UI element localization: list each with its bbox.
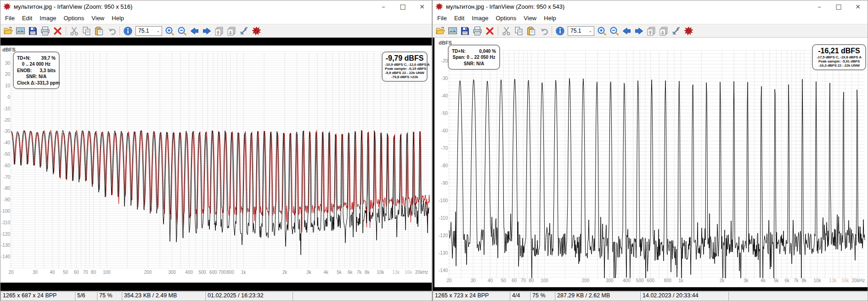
menu-view[interactable]: View	[520, 12, 540, 24]
red-x-delete-icon	[53, 26, 62, 36]
print-button[interactable]	[39, 25, 51, 37]
level-reading-line: Peak sample: -5,91 dBFS	[815, 59, 863, 63]
status-dimensions: 1265 x 723 x 24 BPP	[433, 291, 510, 301]
svg-text:-80: -80	[4, 186, 11, 191]
copy-button[interactable]	[513, 25, 525, 37]
maximize-button[interactable]: □	[393, 0, 412, 12]
floppy-save-icon	[460, 26, 470, 36]
undo-arrow-icon	[107, 26, 116, 36]
undo-button[interactable]	[537, 25, 550, 37]
irfanview-window-right: мультитон.jpg - IrfanView (Zoom: 950 x 5…	[432, 0, 868, 301]
properties-button[interactable]	[670, 25, 682, 37]
menu-help[interactable]: Help	[108, 12, 128, 24]
maximize-button[interactable]: □	[829, 0, 848, 12]
first-page-button[interactable]	[645, 25, 658, 37]
cut-button[interactable]	[500, 25, 513, 37]
svg-text:700: 700	[219, 270, 226, 275]
svg-text:400: 400	[623, 278, 631, 283]
info-label: ENOB:	[17, 68, 32, 73]
next-file-button[interactable]	[201, 25, 213, 37]
svg-text:50: 50	[501, 278, 507, 283]
minimize-button[interactable]: –	[810, 0, 829, 12]
svg-text:-70: -70	[441, 146, 448, 151]
close-button[interactable]: ×	[412, 0, 432, 12]
magnifier-plus-icon	[597, 26, 607, 36]
info-value: SNR: N/A	[452, 61, 496, 66]
open-folder-icon	[435, 26, 445, 36]
menu-image[interactable]: Image	[468, 12, 492, 24]
image-canvas[interactable]: -20-30-40-50-60-70-80-90-100-110-120-130…	[433, 38, 868, 291]
slideshow-button[interactable]	[14, 25, 27, 37]
svg-text:-140: -140	[1, 254, 10, 259]
info-button[interactable]	[554, 25, 566, 37]
svg-text:13k: 13k	[392, 270, 400, 275]
copy-button[interactable]	[80, 25, 93, 37]
irfanview-mascot-button[interactable]	[250, 25, 263, 37]
open-button[interactable]	[2, 25, 14, 37]
svg-text:-40: -40	[4, 140, 11, 145]
minimize-button[interactable]: –	[374, 0, 393, 12]
cut-button[interactable]	[68, 25, 80, 37]
info-button[interactable]	[122, 25, 134, 37]
last-page-button[interactable]	[225, 25, 238, 37]
irfanview-mascot-button[interactable]	[682, 25, 695, 37]
menu-image[interactable]: Image	[36, 12, 60, 24]
save-button[interactable]	[27, 25, 39, 37]
undo-button[interactable]	[105, 25, 118, 37]
delete-button[interactable]	[484, 25, 496, 37]
print-button[interactable]	[471, 25, 484, 37]
menu-file[interactable]: File	[434, 12, 451, 24]
svg-text:80: 80	[91, 270, 96, 275]
previous-file-button[interactable]	[620, 25, 633, 37]
zoom-in-button[interactable]	[596, 25, 608, 37]
titlebar[interactable]: мультитон.jpg - IrfanView (Zoom: 950 x 5…	[0, 0, 432, 12]
status-file-size: 354.23 KB / 2.49 MB	[122, 291, 205, 301]
info-row: Clock Δ: -331,3 ppm	[17, 80, 56, 85]
svg-text:-140: -140	[439, 268, 448, 273]
info-value: -331,3 ppm	[36, 80, 60, 85]
close-button[interactable]: ×	[848, 0, 868, 12]
menu-options[interactable]: Options	[492, 12, 520, 24]
zoom-in-button[interactable]	[163, 25, 176, 37]
info-circle-icon	[555, 26, 565, 36]
chevron-down-icon[interactable]: ⌄	[588, 28, 594, 33]
chevron-down-icon[interactable]: ⌄	[156, 28, 162, 33]
zoom-out-button[interactable]	[176, 25, 188, 37]
svg-text:-110: -110	[1, 220, 11, 225]
svg-text:60: 60	[512, 278, 517, 283]
copy-pages-icon	[514, 26, 524, 36]
image-canvas[interactable]: 3020100-10-20-30-40-50-60-70-80-90-100-1…	[0, 38, 432, 291]
svg-text:-120: -120	[439, 233, 448, 238]
svg-text:3k: 3k	[744, 278, 749, 283]
menu-options[interactable]: Options	[60, 12, 88, 24]
properties-button[interactable]	[238, 25, 250, 37]
paste-button[interactable]	[525, 25, 537, 37]
svg-text:10k: 10k	[377, 270, 384, 275]
zoom-out-button[interactable]	[608, 25, 620, 37]
delete-button[interactable]	[51, 25, 64, 37]
svg-text:-50: -50	[441, 111, 448, 116]
paste-button[interactable]	[93, 25, 105, 37]
zoom-combobox[interactable]: 75.1 ⌄	[568, 26, 594, 36]
slideshow-button[interactable]	[446, 25, 459, 37]
zoom-value: 75.1	[568, 28, 588, 34]
menu-file[interactable]: File	[1, 12, 18, 24]
save-button[interactable]	[459, 25, 471, 37]
clipboard-paste-icon	[94, 26, 104, 36]
open-button[interactable]	[434, 25, 446, 37]
menu-edit[interactable]: Edit	[18, 12, 36, 24]
menu-help[interactable]: Help	[540, 12, 560, 24]
red-mascot-icon	[252, 26, 261, 36]
first-page-button[interactable]	[213, 25, 225, 37]
menu-view[interactable]: View	[88, 12, 108, 24]
status-filler	[293, 291, 432, 301]
info-label: TD+N:	[452, 49, 466, 54]
menu-edit[interactable]: Edit	[451, 12, 468, 24]
last-page-button[interactable]	[658, 25, 670, 37]
titlebar[interactable]: мультитон.jpg - IrfanView (Zoom: 950 x 5…	[433, 0, 868, 12]
previous-file-button[interactable]	[188, 25, 201, 37]
svg-text:8k: 8k	[802, 278, 807, 283]
zoom-combobox[interactable]: 75.1 ⌄	[135, 26, 162, 36]
next-file-button[interactable]	[633, 25, 645, 37]
info-row: ENOB: 3,3 bits	[17, 68, 56, 73]
